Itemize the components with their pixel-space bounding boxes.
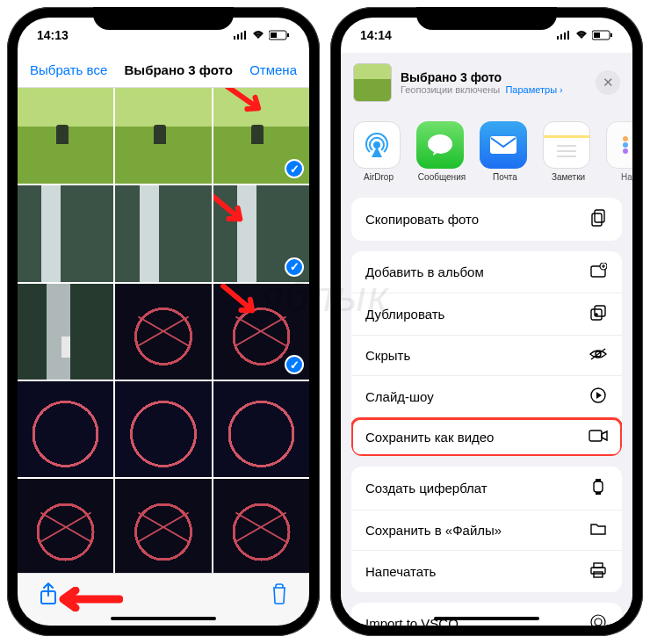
- app-mail[interactable]: Почта: [480, 121, 531, 182]
- app-airdrop[interactable]: AirDrop: [353, 121, 404, 182]
- svg-rect-3: [244, 31, 246, 40]
- trash-button[interactable]: [271, 583, 288, 608]
- selection-check-icon: ✓: [285, 159, 304, 178]
- share-header: Выбрано 3 фото Геопозиции включены Парам…: [341, 53, 632, 112]
- annotation-arrow: [213, 185, 256, 235]
- nav-bar: Выбрать все Выбрано 3 фото Отмена: [18, 53, 309, 88]
- play-icon: [589, 387, 608, 406]
- svg-rect-10: [564, 33, 566, 40]
- airdrop-icon: [353, 121, 401, 169]
- wifi-icon: [574, 30, 589, 40]
- action-save-files[interactable]: Сохранить в «Файлы»: [351, 510, 622, 551]
- status-time: 14:14: [360, 28, 392, 42]
- annotation-arrow: [53, 587, 123, 611]
- photo-thumb[interactable]: [18, 88, 113, 184]
- preview-thumb: [353, 63, 392, 102]
- app-label: Заметки: [543, 172, 594, 182]
- action-vsco[interactable]: Import to VSCO: [351, 603, 622, 626]
- svg-rect-16: [490, 136, 516, 154]
- options-link[interactable]: Параметры ›: [502, 84, 562, 95]
- photo-thumb[interactable]: [115, 479, 211, 575]
- photo-thumb-selected[interactable]: ✓: [213, 284, 309, 380]
- messages-icon: [416, 121, 464, 169]
- app-row[interactable]: AirDrop Сообщения Почта: [341, 112, 632, 198]
- app-next[interactable]: Напо: [606, 121, 632, 182]
- action-print[interactable]: Напечатать: [351, 551, 622, 592]
- svg-rect-23: [595, 210, 604, 222]
- cancel-button[interactable]: Отмена: [249, 62, 297, 77]
- svg-rect-2: [241, 33, 242, 40]
- status-indicators: [557, 30, 613, 40]
- svg-rect-24: [592, 213, 602, 226]
- battery-icon: [269, 30, 290, 40]
- action-copy[interactable]: Скопировать фото: [351, 198, 622, 241]
- signal-icon: [557, 31, 571, 40]
- action-hide[interactable]: Скрыть: [351, 336, 622, 376]
- duplicate-icon: [589, 305, 608, 323]
- app-label: Напо: [606, 172, 632, 182]
- photo-grid: ✓ ✓ ✓: [18, 88, 309, 626]
- photo-thumb[interactable]: [213, 479, 309, 575]
- app-label: Сообщения: [416, 172, 467, 182]
- annotation-arrow: [219, 88, 274, 124]
- svg-rect-40: [594, 563, 603, 568]
- action-add-album[interactable]: Добавить в альбом: [351, 251, 622, 293]
- phone-left: 14:13 Выбрать все Выбрано 3 фото Отмена …: [7, 7, 320, 636]
- screen-share-sheet: 14:14 Выбрано 3 фото Геопозиции включены…: [341, 18, 632, 626]
- select-all-button[interactable]: Выбрать все: [30, 62, 107, 77]
- app-label: Почта: [480, 172, 531, 182]
- annotation-arrow: [214, 284, 268, 326]
- svg-rect-0: [234, 36, 235, 40]
- action-list: Скопировать фото Добавить в альбом Дубли…: [341, 198, 632, 626]
- photo-thumb-selected[interactable]: ✓: [213, 88, 309, 184]
- hide-icon: [589, 347, 608, 364]
- vsco-icon: [589, 614, 608, 626]
- svg-rect-42: [594, 572, 603, 577]
- svg-rect-37: [594, 481, 603, 492]
- nav-title: Выбрано 3 фото: [125, 62, 233, 77]
- svg-rect-39: [596, 492, 601, 495]
- svg-rect-8: [557, 36, 559, 40]
- svg-rect-6: [271, 33, 277, 38]
- photo-thumb[interactable]: [18, 284, 113, 380]
- action-duplicate[interactable]: Дублировать: [351, 293, 622, 336]
- svg-point-20: [623, 136, 628, 141]
- app-messages[interactable]: Сообщения: [416, 121, 467, 182]
- print-icon: [589, 562, 608, 581]
- notes-icon: [543, 121, 590, 169]
- action-slideshow[interactable]: Слайд-шоу: [351, 376, 622, 418]
- svg-rect-38: [596, 479, 601, 481]
- photo-thumb[interactable]: [18, 381, 113, 477]
- photo-thumb-selected[interactable]: ✓: [213, 185, 309, 281]
- home-indicator[interactable]: [111, 617, 216, 620]
- svg-point-22: [623, 148, 628, 154]
- svg-rect-36: [589, 431, 602, 441]
- svg-rect-14: [594, 33, 600, 38]
- photo-thumb[interactable]: [18, 479, 113, 575]
- photo-thumb[interactable]: [213, 381, 309, 477]
- notch: [93, 7, 234, 30]
- status-time: 14:13: [37, 28, 69, 42]
- app-notes[interactable]: Заметки: [543, 121, 594, 182]
- home-indicator[interactable]: [434, 617, 539, 620]
- status-indicators: [234, 30, 290, 40]
- action-watchface[interactable]: Создать циферблат: [351, 467, 622, 510]
- photo-thumb[interactable]: [115, 381, 211, 477]
- svg-rect-13: [610, 33, 612, 37]
- watch-icon: [589, 478, 608, 498]
- app-label: AirDrop: [353, 172, 404, 182]
- action-save-video[interactable]: Сохранить как видео: [351, 418, 622, 456]
- photo-thumb[interactable]: [18, 185, 113, 281]
- share-subtitle: Геопозиции включены Параметры ›: [401, 84, 563, 95]
- share-button[interactable]: [39, 582, 58, 609]
- close-button[interactable]: ✕: [596, 70, 620, 95]
- photo-thumb[interactable]: [115, 88, 211, 184]
- wifi-icon: [251, 30, 265, 40]
- album-icon: [589, 263, 608, 281]
- photo-thumb[interactable]: [115, 185, 211, 281]
- photo-thumb[interactable]: [115, 284, 211, 380]
- svg-rect-5: [287, 33, 289, 37]
- app-icon: [606, 121, 632, 169]
- copy-icon: [589, 209, 608, 229]
- share-sheet: Выбрано 3 фото Геопозиции включены Парам…: [341, 53, 632, 626]
